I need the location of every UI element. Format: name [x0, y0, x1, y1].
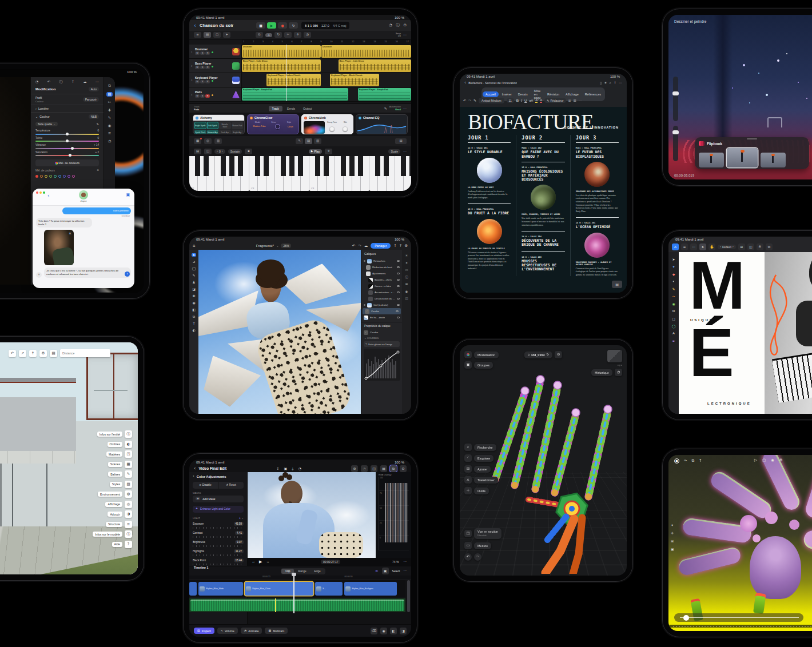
underline-button[interactable]: U	[524, 99, 527, 102]
avatar[interactable]	[79, 190, 88, 199]
tracks-view-icon[interactable]: ≡	[194, 32, 201, 38]
minimize-icon[interactable]: ⊖	[400, 465, 407, 472]
play-icon[interactable]: ▷	[754, 458, 757, 462]
traffic-lights[interactable]	[36, 191, 45, 194]
export-icon[interactable]: ↗	[19, 350, 26, 357]
color-dots[interactable]	[31, 175, 104, 178]
crop-tool-icon[interactable]: ⧉	[193, 315, 195, 318]
visibility-icon[interactable]	[396, 310, 399, 313]
volume-button[interactable]: ∿Volume	[217, 628, 238, 634]
camera-icon[interactable]: ▣	[284, 467, 287, 470]
brush-size-slider[interactable]	[673, 77, 678, 121]
sound-browser-icon[interactable]: ▦	[194, 138, 201, 144]
redo-icon[interactable]: ↷	[474, 553, 481, 561]
hide-icon[interactable]: ⊖	[555, 351, 562, 358]
select-tool-icon[interactable]: ➤	[699, 243, 706, 250]
parcourir-button[interactable]: Parcourir	[83, 97, 99, 102]
lcd-display[interactable]: 5 1 1 086 127,0 4/4 C maj	[301, 22, 349, 29]
menu-recherche[interactable]: ⌕Recherche	[464, 444, 498, 451]
timeline-scrollbar[interactable]	[407, 580, 410, 612]
region[interactable]: Keyboard Player - Simple Pad	[358, 88, 411, 101]
frame-thumb[interactable]	[761, 153, 786, 167]
plugin-chromaglow[interactable]: ChromaGlow ModelDriveStyle Modern Tube C…	[247, 114, 299, 134]
scale-button[interactable]: Scale	[388, 149, 400, 154]
poster-canvas[interactable]: M USIQUE É LECTRONIQUE	[679, 252, 812, 414]
dual-view-icon[interactable]: ◫	[371, 465, 377, 472]
type-tool-icon[interactable]: T	[193, 322, 195, 325]
enhance-button[interactable]: ✦Enhance Light and Color	[193, 506, 244, 513]
share-icon[interactable]: ↑	[29, 350, 37, 357]
split-left-icon[interactable]: ◧	[390, 628, 397, 634]
chevron-down-icon[interactable]: ⌄	[241, 517, 244, 520]
wand-icon[interactable]: ✦	[238, 517, 241, 520]
zoom-level[interactable]: 26%	[281, 243, 291, 248]
visibility-icon[interactable]	[397, 260, 400, 262]
eye-icon[interactable]: ◉	[405, 290, 408, 294]
edit-icon[interactable]: ▤	[106, 92, 112, 97]
trash-icon[interactable]: ⌫	[371, 628, 377, 634]
undo-icon[interactable]: ↶	[47, 80, 50, 83]
font-size-picker[interactable]: 11	[507, 98, 514, 103]
frame-thumb[interactable]	[699, 153, 724, 167]
snap-icon[interactable]: ▣	[382, 568, 389, 574]
adjust-icon[interactable]: ☀	[405, 254, 408, 258]
copy-tool-icon[interactable]: ⧉	[256, 32, 263, 38]
add-mask-button[interactable]: +Add Mask	[193, 496, 244, 502]
crop-icon[interactable]: ⧉	[108, 84, 111, 88]
record-icon[interactable]: ●	[674, 458, 679, 464]
decay-knob[interactable]	[329, 126, 335, 131]
region[interactable]: Keyboard Player - Broken Chords	[266, 74, 321, 86]
print-icon[interactable]: ▤	[50, 350, 57, 357]
more-icon[interactable]: ⋯	[403, 569, 407, 573]
split-right-icon[interactable]: ◨	[400, 628, 407, 634]
select-button[interactable]: Select	[392, 569, 400, 573]
panel-scenes[interactable]: Scènes▦	[46, 461, 132, 468]
more-icon[interactable]: ⋯	[403, 107, 407, 110]
eye-icon[interactable]: ◉	[771, 458, 774, 462]
versions-icon[interactable]: ◔	[108, 139, 112, 143]
shadows-icon[interactable]: ◐	[125, 441, 132, 448]
disable-button[interactable]: ⊘ Disable	[193, 482, 218, 489]
modelisation-button[interactable]: Modélisation	[474, 352, 499, 358]
mask-icon[interactable]: ◫	[405, 297, 408, 301]
layer-row[interactable]: Désaturation du jaune	[361, 295, 402, 302]
entity-info-icon[interactable]: ⓘ	[125, 430, 132, 438]
split-tool-icon[interactable]: ✂	[284, 32, 292, 38]
more-icon[interactable]: ⋯	[403, 150, 407, 153]
skip-fwd-icon[interactable]: ››	[266, 561, 269, 564]
timeline-scrubber[interactable]	[674, 613, 803, 622]
panel-balises[interactable]: Balises✎	[46, 470, 132, 478]
region[interactable]: Drummer	[321, 45, 411, 58]
italic-button[interactable]: I	[521, 99, 522, 102]
share-icon[interactable]: ↑	[699, 459, 702, 463]
noise-icon[interactable]: ≋	[108, 131, 111, 135]
drive-knob[interactable]	[275, 124, 280, 129]
menu-esquisse[interactable]: ◜Esquisse	[464, 454, 498, 462]
overlay-icon[interactable]: ⧉	[390, 465, 397, 472]
faders-icon[interactable]: ▥	[214, 138, 222, 144]
loop-tool-icon[interactable]: ↻	[274, 32, 282, 38]
brush-icon[interactable]: ✎	[108, 116, 111, 120]
slider-brightness[interactable]: Brightness9.07	[193, 540, 244, 547]
slider-vibrance[interactable]: Vibrance+ 14	[35, 143, 99, 149]
compose-field[interactable]: Je crois que c'est la bonne ! J'ai fait …	[44, 267, 131, 278]
eyedrop-tool-icon[interactable]: ◐	[671, 278, 676, 284]
visibility-icon[interactable]	[397, 298, 400, 300]
home-icon[interactable]: ⌂	[193, 244, 195, 248]
search-icon[interactable]: ⌕	[610, 81, 611, 85]
minimize-icon[interactable]: ⊖	[403, 23, 407, 27]
send-button[interactable]: ↑	[125, 271, 130, 277]
plugin-chromaverb[interactable]: ChromaVerb Decay Time Wet	[301, 114, 353, 134]
transform-tool-icon[interactable]: ⊿	[192, 260, 195, 263]
bold-button[interactable]: B	[516, 99, 519, 102]
heal-tool-icon[interactable]: ✚	[192, 294, 195, 298]
region[interactable]: Bass Player - Indie Disco	[339, 59, 411, 72]
photo-attachment[interactable]: ✕	[44, 230, 74, 265]
cursor-tool-icon[interactable]: ➤	[671, 256, 676, 262]
gradient-tool-icon[interactable]: ◧	[192, 308, 196, 311]
tips-icon[interactable]: ☀	[604, 81, 607, 85]
detail-icon[interactable]: ◉	[108, 124, 112, 128]
trim-tool-button[interactable]: ⊹	[265, 33, 272, 37]
redacteur-button[interactable]: ✎ Rédacteur	[544, 98, 566, 103]
region[interactable]: Keyboard Player - Block Chords	[330, 74, 379, 86]
